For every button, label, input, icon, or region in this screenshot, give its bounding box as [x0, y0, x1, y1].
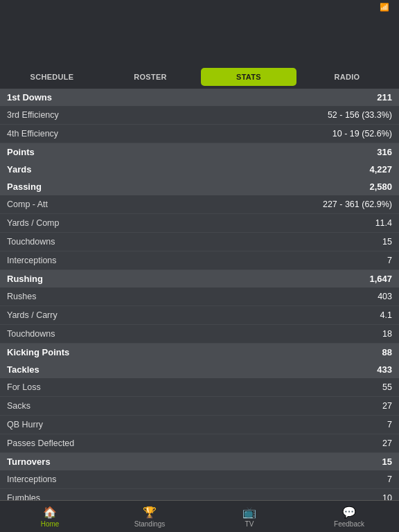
stat-label: Passes Deflected — [7, 438, 74, 448]
section-value: 316 — [377, 147, 392, 157]
section-value: 211 — [377, 92, 392, 103]
feedback-label: Feedback — [334, 520, 364, 528]
stat-label: For Loss — [7, 382, 41, 392]
section-label: Yards — [7, 164, 31, 175]
section-header-kicking-points: Kicking Points88 — [0, 344, 399, 361]
stat-value: 18 — [382, 329, 392, 339]
section-label: 1st Downs — [7, 92, 52, 103]
tv-icon: 📺 — [242, 506, 256, 519]
stat-value: 10 — [382, 493, 392, 500]
stat-value: 55 — [382, 382, 392, 392]
stat-row: Fumbles10 — [0, 489, 399, 500]
section-header-rushing: Rushing1,647 — [0, 270, 399, 287]
feedback-icon: 💬 — [342, 506, 356, 519]
stat-row: Interceptions7 — [0, 251, 399, 270]
stat-value: 4.1 — [380, 310, 392, 320]
stat-value: 7 — [387, 475, 392, 484]
bottom-tab-feedback[interactable]: 💬Feedback — [299, 506, 399, 528]
stat-label: Yards / Carry — [7, 310, 57, 320]
section-header-tackles: Tackles433 — [0, 361, 399, 378]
stat-label: Touchdowns — [7, 237, 55, 247]
stat-value: 15 — [382, 237, 392, 247]
stat-value: 52 - 156 (33.3%) — [328, 110, 392, 120]
stat-row: Interceptions7 — [0, 470, 399, 489]
bottom-tab-home[interactable]: 🏠Home — [0, 506, 100, 528]
stat-label: 3rd Efficiency — [7, 110, 59, 120]
section-value: 88 — [382, 347, 392, 357]
stat-value: 7 — [387, 256, 392, 265]
stat-value: 7 — [387, 420, 392, 429]
section-label: Turnovers — [7, 456, 51, 467]
stat-label: Fumbles — [7, 493, 40, 500]
stat-value: 227 - 361 (62.9%) — [323, 200, 392, 209]
home-icon: 🏠 — [43, 506, 57, 519]
stat-row: Yards / Carry4.1 — [0, 306, 399, 325]
stat-row: Comp - Att227 - 361 (62.9%) — [0, 195, 399, 214]
section-header-1st-downs: 1st Downs211 — [0, 89, 399, 106]
stat-label: 4th Efficiency — [7, 129, 58, 139]
logo-area — [0, 39, 399, 65]
section-value: 4,227 — [369, 164, 392, 175]
section-header-turnovers: Turnovers15 — [0, 453, 399, 470]
bottom-bar: 🏠Home🏆Standings📺TV💬Feedback — [0, 500, 399, 532]
section-label: Kicking Points — [7, 347, 69, 357]
stat-row: QB Hurry7 — [0, 416, 399, 434]
title-bar — [0, 14, 399, 39]
standings-icon: 🏆 — [143, 506, 157, 519]
stat-row: 3rd Efficiency52 - 156 (33.3%) — [0, 106, 399, 125]
stats-content: 1st Downs2113rd Efficiency52 - 156 (33.3… — [0, 89, 399, 500]
stat-label: Comp - Att — [7, 200, 48, 209]
stat-value: 10 - 19 (52.6%) — [332, 129, 392, 139]
stat-label: Interceptions — [7, 475, 57, 484]
tab-radio[interactable]: RADIO — [299, 68, 395, 86]
tv-label: TV — [245, 520, 254, 528]
tab-roster[interactable]: ROSTER — [103, 68, 198, 86]
section-value: 15 — [382, 456, 392, 467]
section-header-points: Points316 — [0, 143, 399, 161]
section-label: Tackles — [7, 364, 39, 375]
tab-schedule[interactable]: SCHEDULE — [4, 68, 100, 86]
bottom-tab-tv[interactable]: 📺TV — [200, 506, 299, 528]
stat-label: QB Hurry — [7, 420, 43, 429]
section-value: 2,580 — [369, 181, 392, 192]
section-label: Rushing — [7, 274, 43, 284]
stat-label: Interceptions — [7, 256, 57, 265]
section-label: Passing — [7, 181, 42, 192]
stat-row: Yards / Comp11.4 — [0, 214, 399, 233]
nav-tabs: SCHEDULEROSTERSTATSRADIO — [0, 65, 399, 89]
stat-label: Rushes — [7, 292, 36, 301]
section-label: Points — [7, 147, 35, 157]
section-header-yards: Yards4,227 — [0, 161, 399, 178]
wifi-icon: 📶 — [380, 3, 389, 12]
section-header-passing: Passing2,580 — [0, 178, 399, 195]
stat-row: 4th Efficiency10 - 19 (52.6%) — [0, 125, 399, 143]
standings-label: Standings — [134, 520, 165, 528]
stat-row: Rushes403 — [0, 287, 399, 306]
stat-value: 403 — [378, 292, 392, 301]
stat-label: Yards / Comp — [7, 218, 60, 228]
stat-value: 27 — [382, 438, 392, 448]
stat-row: For Loss55 — [0, 378, 399, 397]
section-value: 1,647 — [369, 274, 392, 284]
status-bar: 📶 — [0, 0, 399, 14]
stat-row: Touchdowns15 — [0, 233, 399, 251]
stat-value: 11.4 — [375, 218, 392, 228]
stat-label: Touchdowns — [7, 329, 55, 339]
stat-label: Sacks — [7, 401, 30, 411]
section-value: 433 — [377, 364, 392, 375]
stat-row: Touchdowns18 — [0, 325, 399, 344]
bottom-tab-standings[interactable]: 🏆Standings — [100, 506, 200, 528]
stat-row: Passes Deflected27 — [0, 434, 399, 453]
stat-value: 27 — [382, 401, 392, 411]
tab-stats[interactable]: STATS — [201, 68, 296, 86]
stat-row: Sacks27 — [0, 397, 399, 416]
home-label: Home — [41, 520, 60, 528]
